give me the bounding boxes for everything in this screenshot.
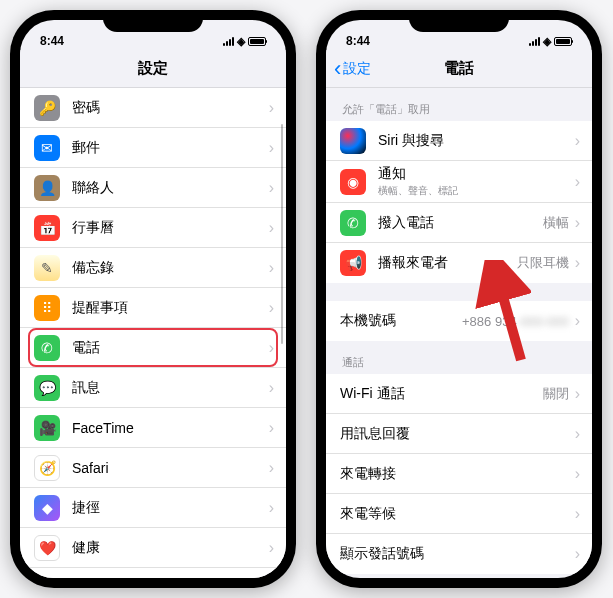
row-label: 來電等候: [340, 505, 569, 523]
row-siri[interactable]: Siri 與搜尋›: [326, 121, 592, 161]
chevron-icon: ›: [269, 379, 274, 397]
row-health[interactable]: ❤️ 健康 ›: [20, 528, 286, 568]
chevron-icon: ›: [269, 419, 274, 437]
back-button[interactable]: 設定: [334, 60, 371, 78]
mail-icon: ✉︎: [34, 135, 60, 161]
row-wificall[interactable]: Wi-Fi 通話關閉›: [326, 374, 592, 414]
row-incoming[interactable]: ✆撥入電話橫幅›: [326, 203, 592, 243]
phone-icon: ✆: [34, 335, 60, 361]
row-label: 密碼: [72, 99, 263, 117]
row-forward[interactable]: 來電轉接›: [326, 454, 592, 494]
chevron-icon: ›: [269, 539, 274, 557]
chevron-icon: ›: [575, 505, 580, 523]
wifi-icon: ◈: [543, 35, 551, 48]
row-shortcuts[interactable]: ◆ 捷徑 ›: [20, 488, 286, 528]
calendar-icon: 📅: [34, 215, 60, 241]
chevron-icon: ›: [269, 139, 274, 157]
section-header-allow: 允許「電話」取用: [326, 88, 592, 121]
row-label: 捷徑: [72, 499, 263, 517]
chevron-icon: ›: [575, 465, 580, 483]
wifi-icon: ◈: [237, 35, 245, 48]
row-label: Wi-Fi 通話: [340, 385, 543, 403]
row-messages[interactable]: 💬 訊息 ›: [20, 368, 286, 408]
row-label: 訊息: [72, 379, 263, 397]
siri-icon: [340, 128, 366, 154]
contacts-icon: 👤: [34, 175, 60, 201]
passcode-icon: 🔑: [34, 95, 60, 121]
row-reminders[interactable]: ⠿ 提醒事項 ›: [20, 288, 286, 328]
status-icons: ◈: [223, 35, 266, 48]
chevron-icon: ›: [575, 545, 580, 563]
facetime-icon: 🎥: [34, 415, 60, 441]
battery-icon: [554, 37, 572, 46]
row-label: 播報來電者: [378, 254, 517, 272]
chevron-icon: ›: [575, 254, 580, 272]
row-label: 行事曆: [72, 219, 263, 237]
row-label: 來電轉接: [340, 465, 569, 483]
row-mynumber[interactable]: 本機號碼 +886 934-000-000 ›: [326, 301, 592, 341]
row-announce[interactable]: 📢播報來電者只限耳機›: [326, 243, 592, 283]
status-icons: ◈: [529, 35, 572, 48]
row-value: 只限耳機: [517, 254, 569, 272]
reminders-icon: ⠿: [34, 295, 60, 321]
row-label: 電話: [72, 339, 263, 357]
settings-list[interactable]: 🔑 密碼 › ✉︎ 郵件 › 👤 聯絡人 › 📅 行事曆 › ✎ 備忘錄 › ⠿…: [20, 88, 286, 578]
right-phone: 8:44 ◈ 設定 電話 允許「電話」取用 Siri 與搜尋›◉通知橫幅、聲音、…: [316, 10, 602, 588]
row-facetime[interactable]: 🎥 FaceTime ›: [20, 408, 286, 448]
battery-icon: [248, 37, 266, 46]
notes-icon: ✎: [34, 255, 60, 281]
row-waiting[interactable]: 來電等候›: [326, 494, 592, 534]
status-time: 8:44: [40, 34, 64, 48]
row-sublabel: 橫幅、聲音、標記: [378, 184, 569, 198]
chevron-icon: ›: [269, 179, 274, 197]
status-time: 8:44: [346, 34, 370, 48]
phone-settings-content[interactable]: 允許「電話」取用 Siri 與搜尋›◉通知橫幅、聲音、標記›✆撥入電話橫幅›📢播…: [326, 88, 592, 578]
row-label: 健康: [72, 539, 263, 557]
row-contacts[interactable]: 👤 聯絡人 ›: [20, 168, 286, 208]
row-callerid[interactable]: 顯示發話號碼›: [326, 534, 592, 574]
row-label: 通知: [378, 165, 569, 183]
row-phone[interactable]: ✆ 電話 ›: [20, 328, 286, 368]
row-value: 關閉: [543, 385, 569, 403]
mynumber-label: 本機號碼: [340, 312, 462, 330]
row-label: FaceTime: [72, 420, 263, 436]
row-label: 顯示發話號碼: [340, 545, 569, 563]
row-notes[interactable]: ✎ 備忘錄 ›: [20, 248, 286, 288]
chevron-icon: ›: [269, 459, 274, 477]
announce-icon: 📢: [340, 250, 366, 276]
safari-icon: 🧭: [34, 455, 60, 481]
row-label: 聯絡人: [72, 179, 263, 197]
row-safari[interactable]: 🧭 Safari ›: [20, 448, 286, 488]
nav-bar: 設定 電話: [326, 50, 592, 88]
mynumber-value: +886 934-000-000: [462, 314, 569, 329]
nav-bar: 設定: [20, 50, 286, 88]
row-label: Safari: [72, 460, 263, 476]
row-label: 備忘錄: [72, 259, 263, 277]
chevron-icon: ›: [269, 219, 274, 237]
section-header-calls: 通話: [326, 341, 592, 374]
shortcuts-icon: ◆: [34, 495, 60, 521]
incoming-icon: ✆: [340, 210, 366, 236]
notch: [103, 10, 203, 32]
chevron-icon: ›: [269, 499, 274, 517]
chevron-icon: ›: [575, 173, 580, 191]
chevron-icon: ›: [269, 339, 274, 357]
row-calendar[interactable]: 📅 行事曆 ›: [20, 208, 286, 248]
right-screen: 8:44 ◈ 設定 電話 允許「電話」取用 Siri 與搜尋›◉通知橫幅、聲音、…: [326, 20, 592, 578]
row-notifications[interactable]: ◉通知橫幅、聲音、標記›: [326, 161, 592, 203]
chevron-icon: ›: [575, 132, 580, 150]
row-label: 用訊息回覆: [340, 425, 569, 443]
chevron-icon: ›: [269, 99, 274, 117]
signal-icon: [529, 37, 540, 46]
row-textreply[interactable]: 用訊息回覆›: [326, 414, 592, 454]
page-title: 設定: [138, 59, 168, 78]
row-passcode[interactable]: 🔑 密碼 ›: [20, 88, 286, 128]
chevron-icon: ›: [269, 299, 274, 317]
messages-icon: 💬: [34, 375, 60, 401]
row-label: 郵件: [72, 139, 263, 157]
signal-icon: [223, 37, 234, 46]
row-mail[interactable]: ✉︎ 郵件 ›: [20, 128, 286, 168]
row-label: 撥入電話: [378, 214, 543, 232]
left-phone: 8:44 ◈ 設定 🔑 密碼 › ✉︎ 郵件 › 👤 聯絡人 › 📅 行事曆 ›: [10, 10, 296, 588]
chevron-icon: ›: [575, 425, 580, 443]
